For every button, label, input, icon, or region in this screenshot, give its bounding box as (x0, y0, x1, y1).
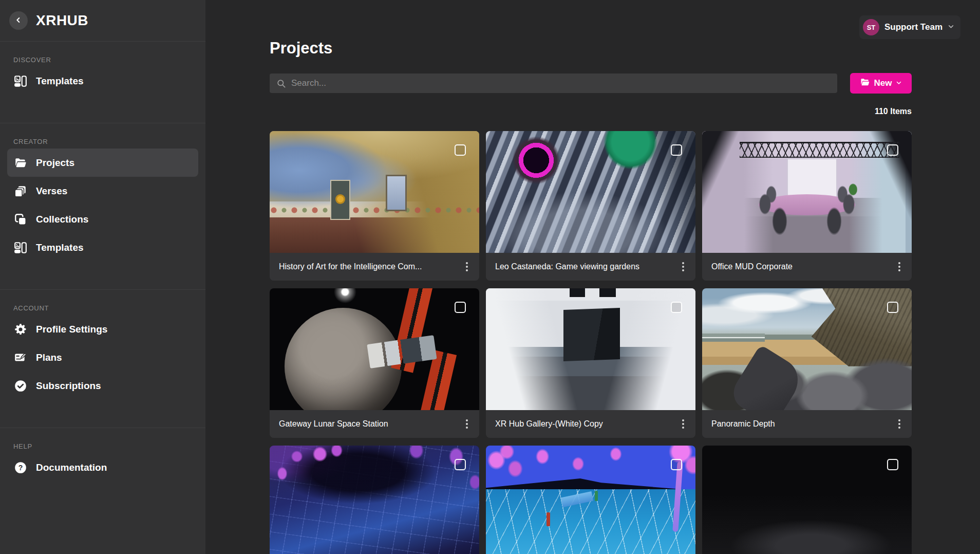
collections-icon (13, 212, 28, 227)
gallery-wall-decor (563, 308, 620, 361)
ceiling-lights-decor (570, 288, 624, 297)
sidebar-item-label: Profile Settings (36, 324, 107, 335)
section-label-account: ACCOUNT (7, 304, 198, 312)
card-caption: Office MUD Corporate (702, 253, 912, 281)
sidebar-item-label: Templates (36, 242, 84, 253)
avatar-figure-decor (546, 512, 550, 526)
section-label-creator: CREATOR (7, 138, 198, 145)
folder-open-icon (860, 77, 870, 90)
sidebar-item-label: Plans (36, 352, 62, 363)
project-card[interactable]: Gateway Lunar Space Station (270, 288, 479, 438)
kebab-menu-icon[interactable] (460, 410, 474, 438)
check-circle-icon (13, 379, 28, 393)
sidebar-item-subscriptions[interactable]: Subscriptions (7, 372, 198, 400)
templates-icon (13, 241, 28, 255)
project-thumbnail-white-gallery[interactable] (486, 288, 695, 410)
project-thumbnail-beach[interactable] (702, 288, 912, 410)
kebab-menu-icon[interactable] (676, 253, 690, 281)
items-count: 110 Items (270, 107, 912, 116)
card-caption: Panoramic Depth (702, 410, 912, 438)
svg-text:?: ? (18, 463, 23, 471)
sidebar-section-account: ACCOUNT Profile Settings Plans (0, 290, 205, 428)
sidebar-item-templates-discover[interactable]: Templates (7, 67, 198, 95)
gear-icon (13, 322, 28, 337)
project-card[interactable] (486, 446, 695, 554)
new-button[interactable]: New (850, 73, 912, 94)
search-bar (270, 73, 837, 93)
sidebar-item-profile-settings[interactable]: Profile Settings (7, 315, 198, 343)
project-card[interactable] (702, 446, 912, 554)
project-card[interactable]: XR Hub Gallery-(White) Copy (486, 288, 695, 438)
select-checkbox[interactable] (455, 302, 466, 313)
sidebar-item-collections[interactable]: Collections (7, 205, 198, 233)
sidebar-section-discover: DISCOVER Templates (0, 42, 205, 123)
sidebar-item-label: Documentation (36, 462, 107, 473)
select-checkbox[interactable] (455, 459, 466, 470)
sidebar-item-templates-creator[interactable]: Templates (7, 233, 198, 262)
chevron-down-icon (896, 78, 902, 88)
surf-decor (702, 334, 765, 342)
project-thumbnail-moon-station[interactable] (270, 288, 479, 410)
projects-grid: History of Art for the Intelligence Com.… (270, 131, 912, 554)
project-thumbnail-office[interactable] (702, 131, 912, 253)
sidebar-item-plans[interactable]: Plans (7, 343, 198, 372)
avatar-figure-decor (595, 491, 598, 501)
select-checkbox[interactable] (887, 144, 898, 156)
back-button[interactable] (9, 11, 28, 30)
sidebar-item-label: Templates (36, 76, 84, 87)
project-card[interactable]: History of Art for the Intelligence Com.… (270, 131, 479, 281)
card-caption: Leo Castaneda: Game viewing gardens (486, 253, 695, 281)
select-checkbox[interactable] (887, 302, 898, 313)
select-checkbox[interactable] (455, 144, 466, 156)
app-title: XRHUB (36, 12, 88, 29)
select-checkbox[interactable] (887, 459, 898, 470)
templates-icon (13, 74, 28, 88)
project-card[interactable]: Panoramic Depth (702, 288, 912, 438)
user-menu[interactable]: ST Support Team (859, 15, 960, 39)
user-name: Support Team (884, 22, 943, 32)
project-thumbnail-neon-grid-bright[interactable] (486, 446, 695, 554)
door-decor (330, 180, 350, 220)
main-content: ST Support Team Projects New (205, 0, 980, 554)
project-card[interactable]: Leo Castaneda: Game viewing gardens (486, 131, 695, 281)
search-icon (276, 79, 286, 90)
sidebar-item-label: Collections (36, 214, 88, 225)
window-decor (386, 175, 407, 211)
new-button-label: New (874, 78, 892, 88)
plans-card-icon (13, 350, 28, 365)
kebab-menu-icon[interactable] (460, 253, 474, 281)
sidebar-item-projects[interactable]: Projects (7, 149, 198, 177)
rocks-decor (702, 352, 912, 410)
select-checkbox[interactable] (671, 144, 682, 156)
sidebar-item-documentation[interactable]: ? Documentation (7, 453, 198, 482)
chevron-down-icon (948, 23, 954, 32)
app-root: XRHUB DISCOVER Templates CREATOR P (0, 0, 980, 554)
select-checkbox[interactable] (671, 302, 682, 313)
sidebar-item-verses[interactable]: Verses (7, 177, 198, 205)
project-thumbnail-neon-grid-dark[interactable] (270, 446, 479, 554)
palms-decor (270, 446, 479, 554)
section-label-help: HELP (7, 442, 198, 450)
card-caption: History of Art for the Intelligence Com.… (270, 253, 479, 281)
project-thumbnail-art-room[interactable] (270, 131, 479, 253)
chevron-left-icon (14, 16, 23, 26)
project-card[interactable] (270, 446, 479, 554)
card-caption: Gateway Lunar Space Station (270, 410, 479, 438)
chairs-decor (702, 131, 912, 253)
select-checkbox[interactable] (671, 459, 682, 470)
project-title: XR Hub Gallery-(White) Copy (495, 419, 672, 429)
page-title: Projects (270, 39, 912, 58)
project-thumbnail-dark-room[interactable] (702, 446, 912, 554)
toolbar: New (270, 73, 912, 94)
sidebar-section-help: HELP ? Documentation (0, 428, 205, 509)
project-title: Office MUD Corporate (711, 262, 888, 271)
project-card[interactable]: Office MUD Corporate (702, 131, 912, 281)
kebab-menu-icon[interactable] (676, 410, 690, 438)
search-input[interactable] (270, 73, 837, 93)
project-title: Gateway Lunar Space Station (279, 419, 456, 429)
sidebar-item-label: Projects (36, 157, 74, 169)
kebab-menu-icon[interactable] (892, 410, 907, 438)
kebab-menu-icon[interactable] (892, 253, 907, 281)
project-thumbnail-abstract[interactable] (486, 131, 695, 253)
sidebar-item-label: Verses (36, 186, 67, 197)
